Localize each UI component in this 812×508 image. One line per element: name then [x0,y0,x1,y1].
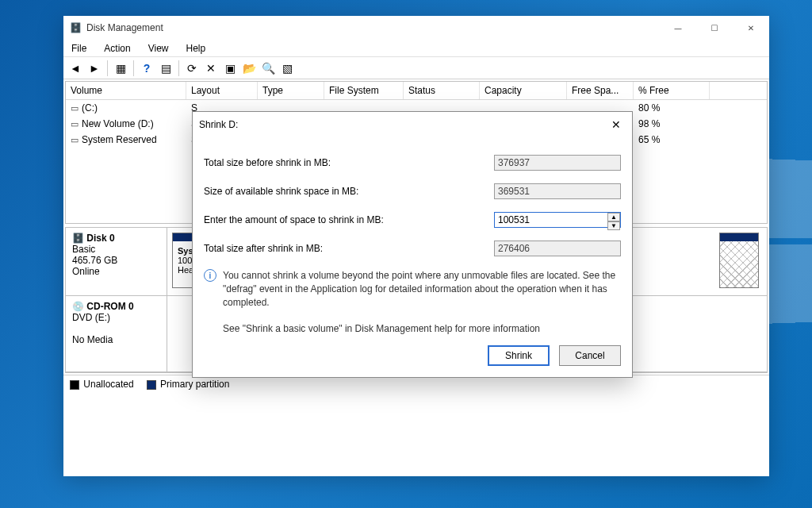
spin-up-button[interactable]: ▲ [607,213,620,221]
maximize-button[interactable]: ☐ [696,16,733,40]
refresh-icon[interactable]: ⟳ [183,60,201,77]
dialog-title: Shrink D: [199,119,238,130]
delete-icon[interactable]: ✕ [202,60,220,77]
spin-down-button[interactable]: ▼ [607,221,620,230]
value-total-after: 276406 [494,241,621,256]
disk-label[interactable]: 💿 CD-ROM 0 DVD (E:) No Media [66,296,167,371]
cdrom-icon: 💿 [72,301,84,312]
props-icon[interactable]: ▤ [157,60,174,77]
col-pctfree[interactable]: % Free [634,82,710,99]
col-status[interactable]: Status [404,82,480,99]
shrink-amount-input[interactable] [494,212,621,228]
col-type[interactable]: Type [258,82,324,99]
legend-swatch-primary [147,380,156,390]
dialog-close-button[interactable]: ✕ [607,117,626,133]
menu-help[interactable]: Help [183,41,209,56]
label-total-before: Total size before shrink in MB: [204,157,494,168]
disk-label[interactable]: 🗄️ Disk 0 Basic 465.76 GB Online [66,228,167,295]
label-total-after: Total size after shrink in MB: [204,243,494,254]
vol-name: New Volume (D:) [82,118,154,129]
menu-file[interactable]: File [68,41,90,56]
dialog-titlebar: Shrink D: ✕ [193,112,632,137]
help-icon[interactable]: ? [138,60,155,77]
shrink-button[interactable]: Shrink [488,345,550,366]
shrink-dialog: Shrink D: ✕ Total size before shrink in … [192,111,633,378]
info-icon: i [204,269,216,282]
app-icon: 🗄️ [70,22,82,33]
col-fs[interactable]: File System [324,82,404,99]
vol-name: (C:) [82,102,98,114]
info-text-2: See "Shrink a basic volume" in Disk Mana… [223,322,621,336]
more-icon[interactable]: ▧ [278,60,296,77]
value-total-before: 376937 [494,155,621,171]
menu-action[interactable]: Action [101,41,133,56]
back-icon[interactable]: ◄ [67,60,84,77]
label-enter-amount: Enter the amount of space to shrink in M… [204,214,494,225]
menu-view[interactable]: View [145,41,172,56]
close-button[interactable]: ✕ [733,16,769,40]
legend-swatch-unallocated [70,380,79,390]
label-available: Size of available shrink space in MB: [204,186,494,197]
col-volume[interactable]: Volume [66,82,186,99]
cancel-button[interactable]: Cancel [559,345,621,366]
panel-icon[interactable]: ▦ [112,60,129,77]
window-title: Disk Management [86,22,163,33]
disk-icon: 🗄️ [72,233,84,244]
value-available: 369531 [494,183,621,199]
volume-icon: ▭ [71,103,79,114]
disk-icon[interactable]: ▣ [221,60,239,77]
search-icon[interactable]: 🔍 [259,60,277,77]
col-freespace[interactable]: Free Spa... [567,82,634,99]
vol-name: System Reserved [82,134,157,145]
toolbar: ◄ ► ▦ ? ▤ ⟳ ✕ ▣ 📂 🔍 ▧ [63,57,769,79]
menubar: File Action View Help [63,40,769,57]
open-icon[interactable]: 📂 [240,60,258,77]
col-layout[interactable]: Layout [186,82,258,99]
minimize-button[interactable]: — [660,16,696,40]
table-header: Volume Layout Type File System Status Ca… [66,82,767,100]
forward-icon[interactable]: ► [86,60,103,77]
info-text-1: You cannot shrink a volume beyond the po… [223,269,621,309]
col-capacity[interactable]: Capacity [480,82,567,99]
volume-icon: ▭ [71,135,79,145]
partition-unallocated[interactable] [719,233,759,288]
titlebar: 🗄️ Disk Management — ☐ ✕ [63,16,769,40]
volume-icon: ▭ [71,119,79,129]
